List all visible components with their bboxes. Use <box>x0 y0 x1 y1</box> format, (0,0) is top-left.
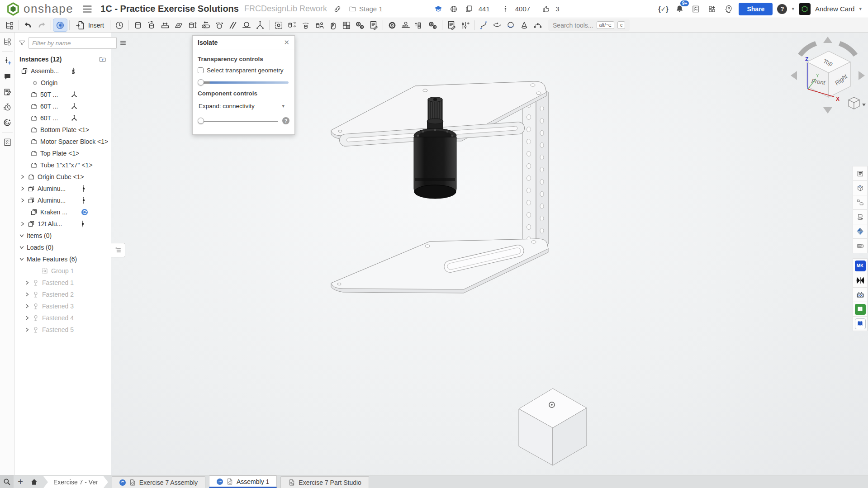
search-tools[interactable]: Search tools... alt/⌥ c <box>548 19 630 31</box>
instances-section-header[interactable]: Instances (12) <box>15 53 111 65</box>
butterfly-app-icon[interactable] <box>853 273 868 288</box>
slot-tool-icon[interactable] <box>853 209 868 224</box>
tree-item-12t-pinion[interactable]: 12t Alu... <box>15 218 111 230</box>
help-icon[interactable]: ? <box>777 4 787 14</box>
mate-parallel-button[interactable] <box>226 19 240 31</box>
expand-chevron-icon[interactable] <box>20 222 25 226</box>
shortcut-keys-icon[interactable] <box>853 238 868 253</box>
app-store-icon[interactable] <box>706 3 718 15</box>
rotate-left-icon[interactable] <box>791 71 797 80</box>
mate-revolute-button[interactable] <box>145 19 158 31</box>
select-transparent-geometry-row[interactable]: Select transparent geometry <box>198 67 289 74</box>
collapse-chevron-icon[interactable] <box>19 233 24 238</box>
crown-tool-button[interactable] <box>531 19 545 31</box>
dof-badge-icon[interactable] <box>80 197 87 204</box>
education-cap-icon[interactable] <box>432 3 444 15</box>
expand-chevron-icon[interactable] <box>25 316 29 320</box>
explode-view-button[interactable] <box>353 19 367 31</box>
tree-item-motor-spacer-block[interactable]: Motor Spacer Block <1> <box>15 136 111 147</box>
mate-ball-button[interactable] <box>213 19 226 31</box>
linear-pattern-button[interactable] <box>285 19 299 31</box>
expand-dropdown[interactable]: Expand: connectivity ▾ <box>198 101 285 111</box>
spline-tool-button[interactable] <box>477 19 490 31</box>
filter-funnel-icon[interactable] <box>19 39 26 47</box>
expand-chevron-icon[interactable] <box>20 186 25 191</box>
tree-item-fastened-1[interactable]: Fastened 1 <box>15 277 111 289</box>
named-views-button[interactable] <box>367 19 380 31</box>
expand-slider-handle[interactable] <box>198 118 204 124</box>
comments-icon[interactable] <box>1 71 13 82</box>
mate-connector-badge-icon[interactable] <box>71 91 78 98</box>
mate-features-section-header[interactable]: Mate Features (6) <box>15 253 111 265</box>
onshape-logo-icon[interactable] <box>6 2 20 16</box>
user-menu-caret-icon[interactable]: ▾ <box>859 6 862 12</box>
tab-assembly-1[interactable]: Assembly 1 <box>209 475 277 488</box>
copies-icon[interactable] <box>463 3 475 15</box>
items-section-header[interactable]: Items (0) <box>15 230 111 242</box>
tree-item-60t-gear-2[interactable]: 60T ... <box>15 112 111 124</box>
close-icon[interactable]: ✕ <box>284 39 289 46</box>
dof-badge-icon[interactable] <box>79 220 86 227</box>
revolute-dof-badge-icon[interactable] <box>81 208 88 216</box>
sphere-tool-button[interactable] <box>504 19 517 31</box>
hamburger-menu-icon[interactable] <box>81 3 93 15</box>
likes-icon[interactable] <box>540 3 552 15</box>
learning-center-icon[interactable] <box>722 3 734 15</box>
library-green-app-icon[interactable] <box>853 302 868 317</box>
revolve-tool-button[interactable] <box>490 19 504 31</box>
document-title[interactable]: 1C - Practice Exercise Solutions <box>100 4 239 14</box>
tree-item-fastened-4[interactable]: Fastened 4 <box>15 312 111 324</box>
add-mate-connector-icon[interactable] <box>1 55 13 67</box>
tree-item-origin-cube[interactable]: Origin Cube <1> <box>15 171 111 183</box>
notes-panel-icon[interactable] <box>853 166 868 181</box>
link-icon[interactable] <box>332 3 343 15</box>
mate-connector-badge-icon[interactable] <box>71 103 78 110</box>
tree-item-root-assembly[interactable]: Assemb... <box>15 65 111 77</box>
cone-tool-button[interactable] <box>517 19 531 31</box>
tab-search-icon[interactable] <box>0 475 14 488</box>
tab-exercise-7-part-studio[interactable]: Exercise 7 Part Studio <box>280 476 369 488</box>
expand-chevron-icon[interactable] <box>25 304 29 308</box>
collapse-chevron-icon[interactable] <box>19 245 24 250</box>
tree-item-fastened-3[interactable]: Fastened 3 <box>15 300 111 312</box>
mate-fastened-button[interactable] <box>131 19 145 31</box>
snap-mode-button[interactable] <box>326 19 340 31</box>
linear-relation-button[interactable] <box>426 19 440 31</box>
mate-cylindrical-button[interactable] <box>185 19 199 31</box>
mate-pin-slot-button[interactable] <box>199 19 213 31</box>
breadcrumb[interactable]: Stage 1 <box>349 5 383 13</box>
mate-connector-button[interactable] <box>253 19 267 31</box>
tasks-icon[interactable] <box>690 3 702 15</box>
tree-item-group-1[interactable]: Group 1 <box>15 265 111 277</box>
dof-badge-icon[interactable] <box>80 185 87 192</box>
panel-flyout-handle[interactable] <box>111 243 125 257</box>
view-options-cube-icon[interactable] <box>849 97 859 109</box>
collapse-chevron-icon[interactable] <box>19 257 24 261</box>
version-search-icon[interactable] <box>1 117 13 128</box>
expand-chevron-icon[interactable] <box>25 292 29 297</box>
expand-chevron-icon[interactable] <box>20 198 25 203</box>
performance-timer-icon[interactable] <box>1 101 13 113</box>
home-tab-icon[interactable] <box>27 475 41 488</box>
isolate-tool-button[interactable] <box>53 19 67 31</box>
structure-tree-icon[interactable] <box>1 36 13 47</box>
mate-slider-button[interactable] <box>158 19 172 31</box>
view-options-caret-icon[interactable] <box>862 104 866 106</box>
graphics-viewport[interactable] <box>15 33 868 475</box>
select-transparent-checkbox[interactable] <box>198 67 204 73</box>
view-cube[interactable]: Top Front Right Z X Y <box>787 34 868 115</box>
screw-relation-button[interactable] <box>413 19 426 31</box>
render-app-icon[interactable] <box>853 224 868 239</box>
rotate-up-icon[interactable] <box>823 37 832 43</box>
share-button[interactable]: Share <box>739 3 773 15</box>
instances-panel-toggle-button[interactable] <box>3 19 16 31</box>
insert-button[interactable]: Insert <box>72 19 108 31</box>
tree-item-60t-gear-1[interactable]: 60T ... <box>15 100 111 112</box>
markup-icon[interactable] <box>1 86 13 98</box>
tree-item-top-plate[interactable]: Top Plate <1> <box>15 147 111 159</box>
expand-chevron-icon[interactable] <box>25 327 29 332</box>
replicate-button[interactable] <box>313 19 326 31</box>
configurations-button[interactable] <box>458 19 472 31</box>
circular-pattern-button[interactable] <box>299 19 313 31</box>
bom-cube-icon[interactable] <box>853 180 868 195</box>
